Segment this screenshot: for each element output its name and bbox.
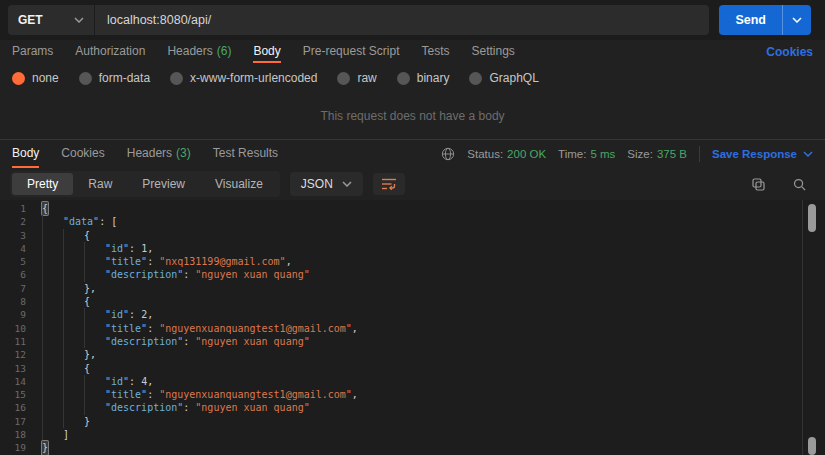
line-number: 7 [0, 282, 28, 295]
format-select[interactable]: JSON [290, 172, 363, 196]
indent-guide [63, 295, 84, 308]
code-token: { [84, 229, 90, 242]
indent-guide [63, 268, 84, 281]
tab-label: Cookies [61, 146, 104, 160]
body-type-x-www-form-urlencoded[interactable]: x-www-form-urlencoded [170, 71, 317, 85]
response-tabs-row: BodyCookiesHeaders(3)Test Results Status… [0, 140, 825, 168]
size-badge: Size: 375 B [627, 148, 687, 160]
send-button[interactable]: Send [719, 5, 811, 35]
radio-icon [337, 72, 350, 85]
response-body-viewer[interactable]: 1{2"data": [3{4"id": 1,5"title": "nxq131… [0, 200, 825, 455]
code-token: , [147, 242, 153, 255]
indent-guide [42, 335, 63, 348]
tab-label: Settings [472, 44, 515, 58]
indent-guide [63, 282, 84, 295]
save-response-button[interactable]: Save Response [712, 148, 813, 160]
response-tabs: BodyCookiesHeaders(3)Test Results [12, 140, 278, 168]
indent-guide [42, 295, 63, 308]
body-type-raw[interactable]: raw [337, 71, 376, 85]
tab-label: Body [12, 146, 39, 160]
scrollbar-thumb-bottom[interactable] [808, 437, 816, 455]
view-tab-preview[interactable]: Preview [127, 173, 200, 195]
indent-guide [84, 242, 105, 255]
code-line: 19} [0, 441, 825, 454]
method-select[interactable]: GET [8, 5, 94, 35]
indent-guide [63, 415, 84, 428]
request-tabs-row: ParamsAuthorizationHeaders(6)BodyPre-req… [0, 40, 825, 63]
tab-body[interactable]: Body [253, 40, 280, 63]
wrap-text-icon [381, 177, 397, 191]
code-token: }, [84, 348, 96, 361]
scrollbar-thumb[interactable] [808, 204, 816, 232]
wrap-text-button[interactable] [373, 173, 405, 195]
indent-guide [42, 282, 63, 295]
tab-settings[interactable]: Settings [472, 40, 515, 63]
code-token: : [147, 388, 159, 401]
body-type-form-data[interactable]: form-data [79, 71, 150, 85]
code-token: { [84, 362, 90, 375]
search-button[interactable] [784, 177, 815, 192]
body-type-binary[interactable]: binary [397, 71, 450, 85]
code-token: "id" [105, 375, 129, 388]
radio-icon [79, 72, 92, 85]
view-tab-visualize[interactable]: Visualize [200, 173, 278, 195]
code-token: , [147, 375, 153, 388]
line-number: 15 [0, 388, 28, 401]
response-tab-body[interactable]: Body [12, 140, 39, 168]
line-number: 3 [0, 229, 28, 242]
view-tab-raw[interactable]: Raw [73, 173, 127, 195]
tab-label: Headers [167, 44, 212, 58]
code-line: 8{ [0, 295, 825, 308]
radio-icon [12, 72, 25, 85]
indent-guide [84, 322, 105, 335]
code-token: : [147, 255, 159, 268]
tab-pre-request-script[interactable]: Pre-request Script [303, 40, 400, 63]
tab-label: Tests [421, 44, 449, 58]
tab-tests[interactable]: Tests [421, 40, 449, 63]
code-line: 7}, [0, 282, 825, 295]
tab-count: (6) [217, 44, 232, 58]
code-token: "nguyen xuan quang" [195, 268, 309, 281]
response-view-toolbar: PrettyRawPreviewVisualize JSON [0, 168, 825, 200]
copy-button[interactable] [742, 176, 774, 192]
cookies-link[interactable]: Cookies [766, 45, 813, 59]
indent-guide [42, 215, 63, 228]
body-type-label: GraphQL [489, 71, 538, 85]
indent-guide [42, 401, 63, 414]
line-number: 16 [0, 401, 28, 414]
response-tab-cookies[interactable]: Cookies [61, 140, 104, 168]
scrollbar-track[interactable] [802, 200, 825, 455]
line-number: 19 [0, 441, 28, 454]
response-tab-headers[interactable]: Headers(3) [127, 140, 191, 168]
body-type-label: none [32, 71, 59, 85]
body-type-none[interactable]: none [12, 71, 59, 85]
url-input[interactable] [94, 5, 709, 35]
chevron-down-icon [342, 181, 352, 187]
line-number: 6 [0, 268, 28, 281]
code-token: : [ [99, 215, 117, 228]
indent-guide [63, 229, 84, 242]
indent-guide [42, 242, 63, 255]
send-options-chevron-icon[interactable] [782, 5, 811, 35]
line-number: 1 [0, 202, 28, 215]
tab-headers[interactable]: Headers(6) [167, 40, 231, 63]
body-type-graphql[interactable]: GraphQL [469, 71, 538, 85]
tab-label: Params [12, 44, 53, 58]
view-tab-pretty[interactable]: Pretty [12, 173, 73, 195]
code-line: 6"description": "nguyen xuan quang" [0, 268, 825, 281]
code-token: "data" [63, 215, 99, 228]
code-line: 17} [0, 415, 825, 428]
response-tab-test-results[interactable]: Test Results [213, 140, 278, 168]
tab-authorization[interactable]: Authorization [75, 40, 145, 63]
code-token: "nguyenxuanquangtest1@gmail.com" [159, 322, 352, 335]
indent-guide [63, 375, 84, 388]
code-token: "nguyenxuanquangtest1@gmail.com" [159, 388, 352, 401]
url-row: GET Send [0, 0, 825, 40]
code-token: "title" [105, 388, 147, 401]
indent-guide [42, 322, 63, 335]
globe-icon[interactable] [441, 147, 455, 161]
code-line: 5"title": "nxq131199@gmail.com", [0, 255, 825, 268]
tab-params[interactable]: Params [12, 40, 53, 63]
code-token: "description" [105, 335, 183, 348]
divider [699, 146, 700, 162]
